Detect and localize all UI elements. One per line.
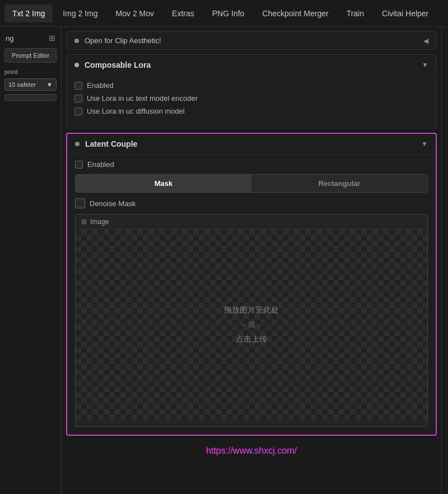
composable-lora-panel: Composable Lora ▼ Enabled Use Lora in uc… — [66, 54, 437, 128]
nav-civitai-helper[interactable]: Civitai Helper — [374, 4, 436, 22]
clip-play-icon: ◀ — [423, 37, 428, 45]
latent-enabled-label: Enabled — [87, 160, 114, 169]
latent-couple-chevron-icon: ▼ — [421, 140, 428, 148]
drop-text: 拖放图片至此处 — [224, 305, 279, 315]
tab-rectangular[interactable]: Rectangular — [251, 175, 427, 192]
composable-lora-enabled-label: Enabled — [87, 81, 114, 90]
use-lora-uc-diff-row: Use Lora in uc diffusion model — [74, 107, 428, 115]
nav-png-info[interactable]: PNG Info — [204, 4, 253, 22]
image-area-label: Image — [90, 218, 109, 226]
sidebar-extra-button[interactable] — [4, 94, 57, 101]
latent-couple-dot — [75, 142, 80, 146]
denoise-mask-checkbox[interactable] — [75, 198, 85, 208]
nav-img2img[interactable]: Img 2 Img — [55, 4, 105, 22]
latent-enabled-checkbox[interactable] — [75, 161, 83, 169]
nav-train[interactable]: Train — [339, 4, 372, 22]
main-container: ng ⊞ Prompt Editor point 10 safeter ▼ Op… — [0, 27, 448, 494]
sidebar-top: ng ⊞ — [4, 31, 57, 45]
composable-lora-dot — [74, 63, 79, 67]
image-canvas[interactable]: 拖放图片至此处 －或－ 点击上传 — [76, 230, 427, 420]
latent-couple-body: Enabled Mask Rectangular Denoise Mask ⊞ — [67, 154, 436, 435]
watermark: https://www.shxcj.com/ — [66, 440, 437, 462]
dropdown-value: 10 safeter — [8, 81, 36, 88]
sidebar-label: ng — [6, 34, 13, 43]
tab-mask[interactable]: Mask — [76, 175, 251, 192]
composable-lora-title: Composable Lora — [85, 60, 422, 69]
use-lora-uc-diff-checkbox[interactable] — [74, 108, 82, 115]
image-icon: ⊞ — [81, 218, 87, 226]
use-lora-uc-text-row: Use Lora in uc text model encoder — [74, 94, 428, 102]
composable-lora-body: Enabled Use Lora in uc text model encode… — [67, 75, 436, 128]
latent-enabled-row: Enabled — [75, 160, 428, 169]
pin-icon[interactable]: ⊞ — [49, 34, 55, 43]
nav-txt2img[interactable]: Txt 2 Img — [4, 4, 53, 22]
latent-couple-panel: Latent Couple ▼ Enabled Mask Rectangular — [66, 133, 437, 436]
denoise-mask-row: Denoise Mask — [75, 198, 428, 208]
clip-dot — [74, 39, 79, 43]
dropdown-chevron-icon: ▼ — [46, 81, 53, 88]
clip-aesthetic-bar[interactable]: Open for Clip Aesthetic! ◀ — [66, 31, 437, 50]
use-lora-uc-diff-label: Use Lora in uc diffusion model — [87, 107, 185, 115]
nav-mov2mov[interactable]: Mov 2 Mov — [108, 4, 162, 22]
composable-lora-enabled-row: Enabled — [74, 81, 428, 90]
or-text: －或－ — [241, 320, 263, 330]
use-lora-uc-text-checkbox[interactable] — [74, 95, 82, 102]
latent-couple-header[interactable]: Latent Couple ▼ — [67, 134, 436, 154]
image-area-header: ⊞ Image — [76, 215, 427, 230]
use-lora-uc-text-label: Use Lora in uc text model encoder — [87, 94, 198, 102]
nav-bar: Txt 2 Img Img 2 Img Mov 2 Mov Extras PNG… — [0, 0, 448, 27]
checkpoint-label: point — [4, 68, 57, 75]
nav-checkpoint-merger[interactable]: Checkpoint Merger — [254, 4, 336, 22]
nav-extras[interactable]: Extras — [164, 4, 202, 22]
latent-tab-container: Mask Rectangular — [75, 174, 428, 193]
click-upload-text: 点击上传 — [236, 334, 267, 344]
sidebar: ng ⊞ Prompt Editor point 10 safeter ▼ — [0, 27, 62, 494]
right-scrollbar[interactable] — [441, 27, 448, 494]
denoise-mask-label: Denoise Mask — [90, 199, 136, 208]
composable-lora-header[interactable]: Composable Lora ▼ — [67, 55, 436, 75]
model-dropdown[interactable]: 10 safeter ▼ — [4, 78, 57, 91]
composable-lora-enabled-checkbox[interactable] — [74, 82, 82, 90]
content-area: Open for Clip Aesthetic! ◀ Composable Lo… — [62, 27, 441, 494]
composable-lora-chevron-icon: ▼ — [422, 61, 428, 69]
image-upload-area[interactable]: ⊞ Image 拖放图片至此处 －或－ 点击上传 — [75, 214, 428, 427]
prompt-editor-button[interactable]: Prompt Editor — [4, 48, 57, 63]
latent-couple-title: Latent Couple — [85, 139, 421, 148]
clip-aesthetic-title: Open for Clip Aesthetic! — [85, 36, 423, 45]
